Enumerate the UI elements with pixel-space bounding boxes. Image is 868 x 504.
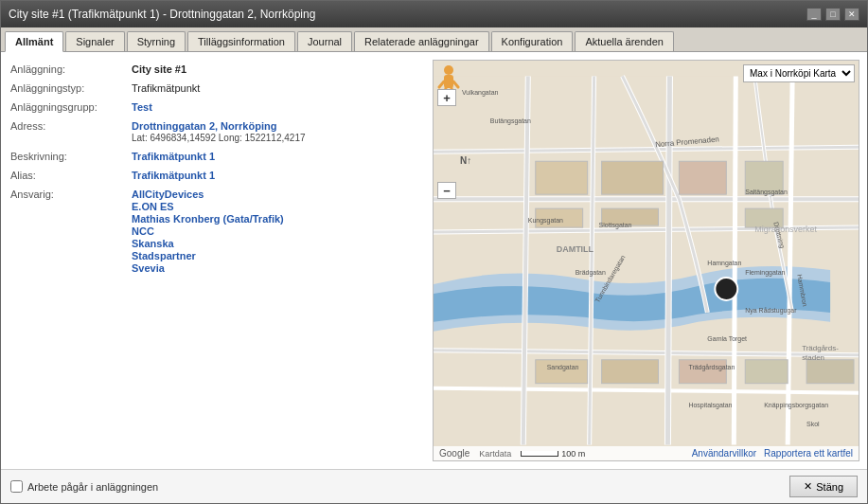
kartdata-label: Kartdata [479, 449, 511, 459]
close-icon: ✕ [804, 480, 812, 493]
ansvarig-item[interactable]: AllCityDevices [132, 189, 284, 200]
title-bar: City site #1 (Trafikmätpunkt 1) - Drottn… [1, 1, 867, 27]
title-bar-buttons: _ □ ✕ [806, 8, 859, 21]
google-logo: Google [439, 448, 469, 459]
tab-konfiguration[interactable]: Konfiguration [491, 31, 574, 51]
ansvarig-values: AllCityDevicesE.ON ESMathias Kronberg (G… [132, 189, 284, 274]
ansvarig-item[interactable]: Stadspartner [132, 250, 284, 261]
main-window: City site #1 (Trafikmätpunkt 1) - Drottn… [0, 0, 868, 504]
map-scale: 100 m [521, 449, 585, 459]
ansvarig-item[interactable]: Svevia [132, 262, 284, 274]
ansvarig-item[interactable]: Skanska [132, 238, 284, 249]
arbete-label: Arbete pågår i anläggningen [27, 481, 158, 493]
adress-value: Drottninggatan 2, Norrköping Lat: 649683… [132, 120, 306, 143]
anlaggning-value: City site #1 [132, 63, 186, 75]
ansvarig-item[interactable]: E.ON ES [132, 201, 284, 212]
main-panel: Anläggning: City site #1 Anläggningstyp:… [1, 52, 867, 469]
adress-street: Drottninggatan 2, Norrköping [132, 120, 306, 132]
minimize-button[interactable]: _ [806, 8, 822, 21]
alias-row: Alias: Trafikmätpunkt 1 [9, 166, 425, 185]
tab-allman[interactable]: Allmänt [5, 31, 63, 52]
ansvarig-item[interactable]: NCC [132, 225, 284, 237]
bottom-bar: Arbete pågår i anläggningen ✕ Stäng [1, 469, 867, 503]
info-panel: Anläggning: City site #1 Anläggningstyp:… [9, 60, 425, 461]
beskrivning-row: Beskrivning: Trafikmätpunkt 1 [9, 147, 425, 166]
north-indicator: N↑ [460, 155, 471, 166]
window-close-button[interactable]: ✕ [844, 8, 859, 21]
ansvarig-item[interactable]: Mathias Kronberg (Gata/Trafik) [132, 213, 284, 225]
zoom-in-button[interactable]: + [437, 89, 456, 106]
map-panel: Norra Promenaden Saltängsgatan Kungsgata… [433, 60, 859, 461]
anlaggningsgrupp-label: Anläggningsgrupp: [10, 101, 124, 113]
tab-aktuella-arenden[interactable]: Aktuella ärenden [575, 31, 674, 51]
map-footer: Google Kartdata 100 m Användarvillkor Ra… [434, 446, 859, 460]
tabs-bar: Allmänt Signaler Styrning Tilläggsinform… [1, 27, 867, 52]
maximize-button[interactable]: □ [825, 8, 841, 21]
anlaggningsgrupp-row: Anläggningsgrupp: Test [9, 98, 425, 117]
adress-label: Adress: [10, 120, 124, 132]
map-footer-links: Användarvillkor Rapportera ett kartfel [692, 448, 853, 459]
map-type-dropdown[interactable]: Max i Norrköpi Karta Satellit Terräng [743, 64, 855, 82]
ansvarig-row: Ansvarig: AllCityDevicesE.ON ESMathias K… [9, 185, 425, 278]
svg-line-56 [439, 81, 444, 87]
beskrivning-label: Beskrivning: [10, 151, 124, 162]
anvandarvillkor-link[interactable]: Användarvillkor [692, 448, 756, 459]
ansvarig-label: Ansvarig: [10, 189, 124, 200]
arbete-checkbox[interactable] [10, 480, 23, 493]
zoom-out-button[interactable]: − [437, 182, 456, 199]
rapportera-link[interactable]: Rapportera ett kartfel [764, 448, 853, 459]
beskrivning-value: Trafikmätpunkt 1 [132, 151, 215, 162]
alias-label: Alias: [10, 170, 124, 181]
content-area: Anläggning: City site #1 Anläggningstyp:… [1, 52, 867, 503]
tab-relaterade-anlaggningar[interactable]: Relaterade anläggningar [354, 31, 488, 51]
tab-journal[interactable]: Journal [297, 31, 352, 51]
tab-styrning[interactable]: Styrning [127, 31, 186, 51]
anlaggningstyp-row: Anläggningstyp: Trafikmätpunkt [9, 79, 425, 98]
arbete-checkbox-label[interactable]: Arbete pågår i anläggningen [10, 480, 158, 493]
anlaggning-label: Anläggning: [10, 63, 124, 75]
tab-tillaggsinformation[interactable]: Tilläggsinformation [187, 31, 295, 51]
window-title: City site #1 (Trafikmätpunkt 1) - Drottn… [9, 8, 315, 21]
map-overlay: Max i Norrköpi Karta Satellit Terräng + … [434, 61, 859, 460]
anlaggningstyp-value: Trafikmätpunkt [132, 82, 200, 94]
close-button[interactable]: ✕ Stäng [789, 476, 858, 497]
svg-point-54 [444, 65, 453, 75]
adress-row: Adress: Drottninggatan 2, Norrköping Lat… [9, 117, 425, 147]
tab-signaler[interactable]: Signaler [65, 31, 124, 51]
close-label: Stäng [816, 481, 843, 493]
svg-line-57 [453, 81, 458, 87]
scale-label: 100 m [561, 449, 585, 459]
scale-bar [521, 451, 558, 457]
alias-value: Trafikmätpunkt 1 [132, 170, 215, 181]
adress-coords: Lat: 6496834,14592 Long: 1522112,4217 [132, 133, 306, 143]
anlaggningsgrupp-value: Test [132, 101, 152, 113]
map-zoom-controls: + − [437, 89, 456, 199]
anlaggning-row: Anläggning: City site #1 [9, 60, 425, 79]
anlaggningstyp-label: Anläggningstyp: [10, 82, 124, 94]
map-type-selector: Max i Norrköpi Karta Satellit Terräng [743, 64, 855, 82]
